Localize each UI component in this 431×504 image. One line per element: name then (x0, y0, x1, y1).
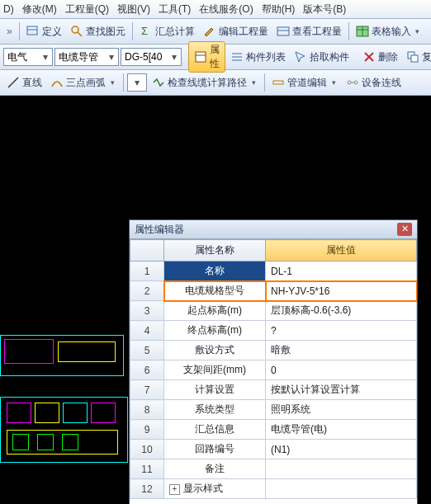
menu-help[interactable]: 帮助(H) (262, 2, 296, 16)
subcategory-combo[interactable]: ▾ (54, 48, 119, 66)
property-name-cell[interactable]: 终点标高(m) (164, 321, 266, 341)
property-name-cell[interactable]: 电缆规格型号 (164, 281, 266, 301)
menu-quantity[interactable]: 工程量(Q) (65, 2, 109, 16)
property-row[interactable]: 8系统类型照明系统 (130, 400, 417, 420)
menu-tools[interactable]: 工具(T) (159, 2, 191, 16)
property-row[interactable]: 6支架间距(mm)0 (130, 360, 417, 380)
col-header-name[interactable]: 属性名称 (164, 240, 266, 261)
property-value-cell[interactable]: 层顶标高-0.6(-3.6) (266, 301, 417, 321)
property-row[interactable]: 4终点标高(m)? (130, 321, 417, 341)
pipe-edit-button[interactable]: 管道编辑▾ (268, 74, 341, 92)
delete-button[interactable]: 删除 (359, 49, 401, 66)
property-name-cell[interactable]: 计算设置 (164, 380, 266, 400)
properties-button[interactable]: 属性 (188, 41, 225, 73)
code-input[interactable] (123, 50, 169, 64)
property-name-cell[interactable]: 回路编号 (164, 440, 266, 459)
row-number: 9 (130, 420, 164, 440)
property-value-cell[interactable]: 暗敷 (266, 341, 417, 360)
chevron-down-icon[interactable]: ▾ (107, 51, 116, 63)
property-name-cell[interactable]: 支架间距(mm) (164, 360, 266, 380)
sum-icon: Σ (140, 25, 153, 38)
drawing-canvas[interactable]: 123 属性编辑器 ✕ 属性名称 属性值 1名称DL-12电缆规格型号NH-YJ… (0, 96, 431, 504)
row-number: 4 (130, 321, 164, 341)
property-row[interactable]: 5敷设方式暗敷 (130, 341, 417, 360)
property-row[interactable]: 11备注 (130, 459, 417, 479)
chevron-down-icon: ▾ (414, 27, 422, 35)
property-value-cell[interactable]: (N1) (266, 440, 417, 459)
row-number: 7 (130, 380, 164, 400)
property-value-cell[interactable] (266, 459, 417, 479)
close-button[interactable]: ✕ (397, 223, 412, 236)
subcategory-input[interactable] (57, 50, 107, 64)
col-header-value[interactable]: 属性值 (266, 240, 417, 261)
menu-online[interactable]: 在线服务(O) (199, 2, 253, 16)
list-icon (230, 50, 244, 64)
menu-view[interactable]: 视图(V) (117, 2, 150, 16)
property-row[interactable]: 10回路编号(N1) (130, 440, 417, 459)
code-combo[interactable]: ▾ (121, 48, 182, 66)
property-name-cell[interactable]: 起点标高(m) (164, 301, 266, 321)
draw-options-combo[interactable]: ▾ (127, 73, 147, 92)
svg-line-3 (78, 32, 82, 36)
row-number: 10 (130, 440, 164, 459)
view-qty-button[interactable]: 查看工程量 (273, 23, 345, 40)
copy-button[interactable]: 复 (403, 49, 431, 66)
define-button[interactable]: 定义 (23, 23, 65, 40)
menu-version[interactable]: 版本号(B) (303, 2, 346, 16)
svg-point-22 (354, 81, 358, 84)
pick-component-button[interactable]: 拾取构件 (291, 49, 353, 66)
chevron-down-icon: ▾ (108, 78, 116, 87)
search-icon (70, 25, 83, 38)
check-path-button[interactable]: 检查线缆计算路径▾ (149, 74, 261, 92)
property-value-cell[interactable]: 按默认计算设置计算 (266, 380, 417, 400)
property-row[interactable]: 2电缆规格型号NH-YJV-5*16 (130, 281, 417, 301)
property-row[interactable]: 1名称DL-1 (130, 261, 417, 281)
pipe-icon (272, 76, 285, 89)
property-name-cell[interactable]: 备注 (164, 459, 266, 479)
property-value-cell[interactable]: 照明系统 (266, 400, 417, 420)
property-value-cell[interactable]: ? (266, 321, 417, 341)
category-input[interactable] (6, 50, 40, 64)
chevron-down-icon: ▾ (329, 78, 338, 87)
category-combo[interactable]: ▾ (3, 48, 53, 66)
picker-icon (294, 50, 307, 64)
menu-modify[interactable]: 修改(M) (22, 2, 57, 16)
find-button[interactable]: 查找图元 (67, 23, 129, 40)
chevron-down-icon[interactable]: ▾ (132, 77, 142, 88)
dialog-title: 属性编辑器 (135, 223, 184, 237)
component-list-button[interactable]: 构件列表 (227, 49, 289, 66)
property-value-cell[interactable] (266, 479, 417, 499)
property-value-cell[interactable]: NH-YJV-5*16 (266, 281, 417, 301)
property-value-cell[interactable]: DL-1 (266, 261, 417, 281)
property-row[interactable]: 7计算设置按默认计算设置计算 (130, 380, 417, 400)
property-value-cell[interactable]: 电缆导管(电) (266, 420, 417, 440)
row-number: 8 (130, 400, 164, 420)
device-link-button[interactable]: 设备连线 (343, 74, 405, 92)
chevron-down-icon[interactable]: ▾ (40, 51, 50, 63)
dialog-titlebar[interactable]: 属性编辑器 ✕ (130, 220, 417, 239)
property-row[interactable]: 12+显示样式 (130, 479, 417, 499)
property-name-cell[interactable]: +显示样式 (164, 479, 266, 499)
property-name-cell[interactable]: 名称 (164, 261, 266, 281)
line-button[interactable]: 直线 (3, 74, 45, 92)
property-name-cell[interactable]: 系统类型 (164, 400, 266, 420)
property-row[interactable]: 9汇总信息电缆导管(电) (130, 420, 417, 440)
menu-d[interactable]: D) (3, 3, 14, 15)
svg-rect-0 (27, 26, 37, 35)
arc-button[interactable]: 三点画弧▾ (47, 74, 120, 92)
table-input-button[interactable]: 表格输入▾ (353, 23, 425, 40)
chevron-down-icon: ▾ (249, 78, 258, 87)
row-header-blank (130, 240, 164, 261)
toolbar-expand-icon[interactable]: » (3, 26, 16, 37)
toolbar-component: ▾ ▾ ▾ 属性 构件列表 拾取构件 删除 复 (0, 45, 431, 70)
property-row[interactable]: 3起点标高(m)层顶标高-0.6(-3.6) (130, 301, 417, 321)
edit-qty-button[interactable]: 编辑工程量 (200, 23, 272, 40)
property-value-cell[interactable]: 0 (266, 360, 417, 380)
property-name-cell[interactable]: 敷设方式 (164, 341, 266, 360)
delete-icon (362, 50, 376, 64)
chevron-down-icon[interactable]: ▾ (169, 51, 179, 63)
sum-button[interactable]: Σ汇总计算 (136, 23, 198, 40)
property-grid: 属性名称 属性值 1名称DL-12电缆规格型号NH-YJV-5*163起点标高(… (130, 239, 417, 499)
expand-icon[interactable]: + (169, 484, 180, 495)
property-name-cell[interactable]: 汇总信息 (164, 420, 266, 440)
